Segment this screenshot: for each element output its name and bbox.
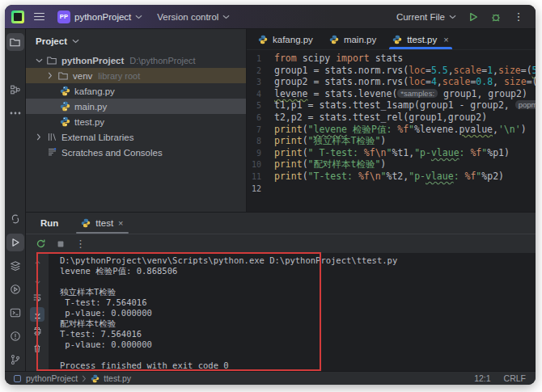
code-token: %f\n <box>358 171 381 182</box>
close-icon[interactable]: × <box>118 218 123 228</box>
tree-item-label: kafang.py <box>74 86 115 96</box>
editor: kafang.py main.py ttest.py × 1from scipy… <box>247 29 536 212</box>
project-widget[interactable]: PP pythonProject <box>54 9 146 25</box>
code-line: 8print("独立样本T检验") <box>247 135 536 147</box>
chevron-right-icon <box>82 375 87 382</box>
more-options-button[interactable]: ⋮ <box>510 8 527 26</box>
tool-problems-button[interactable] <box>6 327 24 345</box>
run-tab-ttest[interactable]: ttest × <box>74 213 129 234</box>
code-token: = stats.levene( <box>308 88 398 99</box>
down-stacktrace-button[interactable] <box>30 273 44 288</box>
vcs-widget[interactable]: Version control <box>154 11 233 23</box>
tool-python-console-button[interactable] <box>6 210 24 228</box>
run-tool-icon <box>10 237 21 248</box>
main-menu-button[interactable] <box>32 11 46 23</box>
line-number: 4 <box>247 89 274 101</box>
run-more-button[interactable]: ⋮ <box>75 238 86 249</box>
code-token: '\n' <box>498 124 521 135</box>
play-icon <box>468 11 479 23</box>
tree-item-kafang[interactable]: kafang.py <box>26 83 246 99</box>
project-badge: PP <box>57 11 70 23</box>
line-number: 2 <box>247 65 274 78</box>
stop-button[interactable] <box>56 239 66 249</box>
breadcrumb-project[interactable]: pythonProject <box>26 373 78 383</box>
chevron-collapsed-icon[interactable] <box>45 72 55 79</box>
tree-item-label: main.py <box>74 102 107 112</box>
run-button[interactable] <box>464 8 482 26</box>
left-tool-strip <box>5 29 26 371</box>
tab-ttest[interactable]: ttest.py × <box>384 29 457 49</box>
chevron-collapsed-icon[interactable] <box>34 133 44 141</box>
run-configuration-widget[interactable]: Current File <box>393 11 459 23</box>
tool-run-button[interactable] <box>6 234 24 251</box>
code-token: %f <box>397 124 409 135</box>
tree-item-external-libraries[interactable]: External Libraries <box>26 129 246 145</box>
run-panel: Run ttest × ⋮ <box>26 212 536 371</box>
code-token: "p- <box>414 147 431 158</box>
code-lines[interactable]: 1from scipy import stats2group1 = stats.… <box>247 50 536 212</box>
run-panel-header: Run ttest × <box>26 213 536 234</box>
code-token: %f\n <box>364 147 387 158</box>
tab-main[interactable]: main.py <box>321 29 384 49</box>
run-panel-title: Run <box>40 213 58 234</box>
line-number: 10 <box>247 159 274 171</box>
tool-profiler-button[interactable] <box>6 280 24 298</box>
chevron-down-icon <box>449 15 456 19</box>
code-token: t2,p2 = stats.ttest_rel(group1,group2) <box>274 112 487 123</box>
tool-project-button[interactable] <box>6 33 24 51</box>
code-token: print <box>274 171 303 182</box>
code-token: 5.5 <box>431 65 448 76</box>
tree-item-label: External Libraries <box>61 133 133 142</box>
soft-wrap-button[interactable] <box>30 290 44 305</box>
code-token: ) <box>380 135 386 146</box>
tree-item-scratches[interactable]: Scratches and Consoles <box>26 145 246 160</box>
run-console-output[interactable]: D:\pythonProject\venv\Scripts\python.exe… <box>49 253 536 371</box>
tree-item-ttest[interactable]: ttest.py <box>26 114 246 129</box>
rerun-button[interactable] <box>36 238 46 249</box>
chevron-down-icon <box>72 39 79 44</box>
code-token: %levene. <box>414 124 459 135</box>
caret-position[interactable]: 12:1 <box>474 373 490 383</box>
tool-terminal-button[interactable] <box>6 304 24 322</box>
clear-console-button[interactable] <box>30 341 44 356</box>
code-line: 1from scipy import stats <box>247 53 536 65</box>
tree-item-hint: library root <box>98 71 140 81</box>
print-button[interactable] <box>30 324 44 339</box>
breadcrumb-file[interactable]: ttest.py <box>104 373 131 383</box>
tree-item-python-project[interactable]: pythonProject D:\pythonProject <box>26 53 246 68</box>
line-separator[interactable]: CRLF <box>504 373 526 383</box>
tree-item-main[interactable]: main.py <box>26 99 246 114</box>
tab-kafang[interactable]: kafang.py <box>250 29 321 49</box>
code-token: print <box>274 124 303 135</box>
code-token: %f <box>464 171 476 182</box>
code-token: "p- <box>409 171 426 182</box>
vcs-widget-label: Version control <box>157 12 218 22</box>
up-stacktrace-button[interactable] <box>30 256 44 271</box>
screenshot-page: PP pythonProject Version control Current… <box>0 0 542 392</box>
tool-more-button[interactable] <box>6 104 24 122</box>
code-line: 11print("T-test: %f\n"%t2,"p-vlaue: %f"%… <box>247 171 536 183</box>
line-number: 6 <box>247 112 274 124</box>
close-icon[interactable]: × <box>443 35 448 44</box>
folder-icon <box>9 36 21 48</box>
console-line: T-test: 7.564016 <box>60 297 536 308</box>
tree-item-venv[interactable]: venv library root <box>26 68 246 83</box>
project-panel-header[interactable]: Project <box>26 34 246 53</box>
terminal-icon <box>10 307 21 318</box>
tool-services-button[interactable] <box>6 257 24 275</box>
code-line: 2group1 = stats.norm.rvs(loc=5.5,scale=1… <box>247 65 536 77</box>
code-token: ( <box>303 147 308 158</box>
code-token: %f <box>470 147 481 158</box>
chevron-expanded-icon[interactable] <box>34 58 44 63</box>
code-token: ( <box>303 158 308 170</box>
scroll-to-end-button[interactable] <box>30 307 44 322</box>
code-token: pvalue <box>459 124 493 135</box>
debug-button[interactable] <box>487 8 505 26</box>
code-token: stats <box>370 53 404 64</box>
chevron-down-icon <box>135 15 142 19</box>
code-token: , <box>493 124 498 135</box>
tool-vcs-button[interactable] <box>6 351 24 369</box>
code-token: =( <box>527 76 536 87</box>
code-token: scipy <box>297 53 336 64</box>
tool-structure-button[interactable] <box>6 81 24 99</box>
